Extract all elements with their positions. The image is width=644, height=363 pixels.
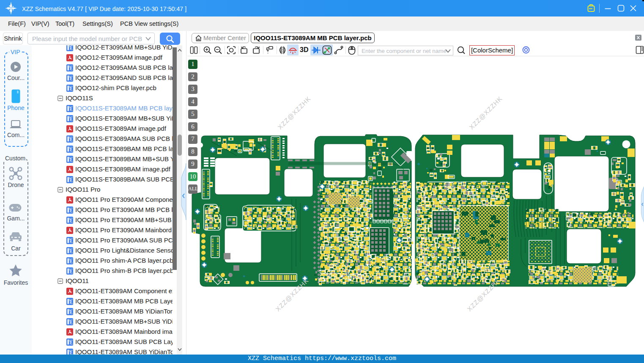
- svg-text:XZZ@XZZHK: XZZ@XZZHK: [468, 95, 504, 131]
- svg-text:XZZ@XZZHK: XZZ@XZZHK: [276, 95, 312, 131]
